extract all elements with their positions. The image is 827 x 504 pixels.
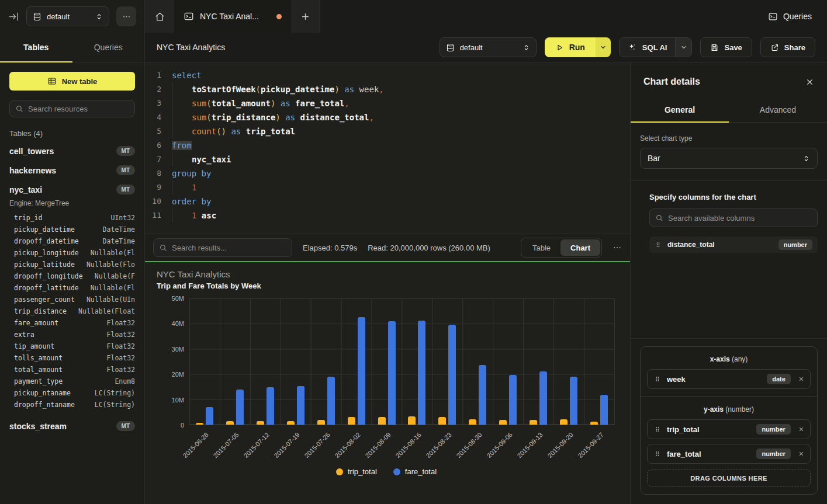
results-search-input[interactable]	[172, 244, 286, 252]
code-line[interactable]: 6from	[145, 138, 630, 152]
column-row[interactable]: fare_amountFloat32	[0, 317, 144, 329]
close-icon[interactable]	[805, 78, 814, 86]
drag-handle-icon[interactable]	[654, 425, 661, 433]
view-toggle-table[interactable]: Table	[523, 239, 560, 256]
code-line[interactable]: 3sum(total_amount) as fare_total,	[145, 96, 630, 110]
column-row[interactable]: payment_typeEnum8	[0, 376, 144, 387]
column-row[interactable]: pickup_latitudeNullable(Flo	[0, 259, 144, 270]
chart-type-select[interactable]: Bar	[640, 148, 818, 169]
run-database-selector[interactable]: default	[440, 37, 537, 57]
plot-area[interactable]: 50M40M30M20M10M0	[189, 298, 615, 425]
chart-bar	[358, 317, 365, 425]
resources-search[interactable]	[9, 100, 135, 117]
column-row[interactable]: trip_idUInt32	[0, 212, 144, 224]
column-type-badge: number	[756, 424, 790, 435]
columns-search-input[interactable]	[668, 214, 812, 223]
drag-handle-icon[interactable]	[655, 241, 662, 249]
code-line[interactable]: 4sum(trip_distance) as distance_total,	[145, 110, 630, 124]
column-row[interactable]: pickup_datetimeDateTime	[0, 224, 144, 235]
code-line[interactable]: 1select	[145, 68, 630, 82]
column-row[interactable]: extraFloat32	[0, 329, 144, 340]
column-row[interactable]: passenger_countNullable(UIn	[0, 294, 144, 305]
legend-item[interactable]: fare_total	[393, 467, 437, 476]
column-row[interactable]: trip_distanceNullable(Float	[0, 305, 144, 317]
column-type: DateTime	[103, 237, 135, 245]
tab-general[interactable]: General	[631, 99, 729, 122]
axis-column-chip[interactable]: trip_totalnumber×	[647, 419, 811, 439]
code-line[interactable]: 91	[145, 180, 630, 194]
column-row[interactable]: tip_amountFloat32	[0, 340, 144, 352]
drag-handle-icon[interactable]	[654, 450, 661, 458]
column-row[interactable]: dropoff_longitudeNullable(F	[0, 270, 144, 282]
code-line[interactable]: 111 asc	[145, 208, 630, 223]
database-selector[interactable]: default	[26, 6, 109, 26]
remove-icon[interactable]: ×	[797, 425, 804, 434]
code-line[interactable]: 5count() as trip_total	[145, 124, 630, 138]
column-row[interactable]: total_amountFloat32	[0, 364, 144, 376]
engine-label: Engine: MergeTree	[0, 199, 144, 210]
code-line[interactable]: 7nyc_taxi	[145, 152, 630, 166]
column-row[interactable]: tolls_amountFloat32	[0, 352, 144, 364]
column-name: payment_type	[14, 377, 63, 385]
results-more-button[interactable]	[613, 243, 622, 252]
axis-column-chip[interactable]: weekdate×	[647, 369, 811, 389]
column-row[interactable]: dropoff_ntanameLC(String)	[0, 399, 144, 411]
table-row[interactable]: cell_towersMT	[0, 141, 144, 161]
view-toggle-chart[interactable]: Chart	[560, 239, 600, 256]
code-line[interactable]: 10order by	[145, 194, 630, 208]
code-text: group by	[172, 166, 211, 180]
table-name: hackernews	[9, 166, 116, 175]
column-row[interactable]: dropoff_datetimeDateTime	[0, 235, 144, 247]
drag-handle-icon[interactable]	[654, 375, 661, 383]
remove-icon[interactable]: ×	[797, 374, 804, 384]
home-button[interactable]	[145, 0, 174, 33]
share-button[interactable]: Share	[760, 37, 815, 57]
new-tab-button[interactable]	[291, 0, 319, 33]
run-button[interactable]: Run	[545, 37, 611, 57]
legend-item[interactable]: trip_total	[336, 467, 377, 476]
axis-column-chip[interactable]: fare_totalnumber×	[647, 444, 811, 464]
chart-bar	[388, 321, 396, 425]
resources-search-input[interactable]	[28, 105, 129, 113]
drop-zone[interactable]: DRAG COLUMNS HERE	[647, 470, 811, 486]
column-type: Float32	[107, 331, 135, 339]
sidebar-tab-tables[interactable]: Tables	[0, 33, 72, 62]
y-axis-tick: 10M	[172, 397, 184, 404]
columns-search[interactable]	[649, 208, 818, 227]
chart-bar	[327, 377, 335, 425]
new-table-button[interactable]: New table	[9, 72, 135, 91]
sql-ai-options-button[interactable]	[675, 38, 691, 57]
chart-bar	[469, 419, 476, 425]
available-column-row[interactable]: distance_totalnumber	[649, 237, 818, 253]
table-row[interactable]: nyc_taxiMT	[0, 180, 144, 199]
remove-icon[interactable]: ×	[797, 449, 804, 458]
app-root: default NYC Taxi Anal... Queries Tables …	[0, 0, 827, 504]
tab-advanced[interactable]: Advanced	[729, 99, 827, 122]
column-row[interactable]: dropoff_latitudeNullable(Fl	[0, 282, 144, 294]
chart-subtitle: Trip and Fare Totals by Week	[157, 281, 616, 290]
column-row[interactable]: pickup_ntanameLC(String)	[0, 387, 144, 399]
save-button[interactable]: Save	[700, 37, 752, 57]
sql-editor[interactable]: 1select2toStartOfWeek(pickup_datetime) a…	[145, 62, 630, 234]
x-axis-label: 2015-06-28	[181, 431, 209, 459]
column-name: total_amount	[14, 366, 63, 374]
collapse-sidebar-icon[interactable]	[8, 11, 19, 22]
column-row[interactable]: pickup_longitudeNullable(Fl	[0, 247, 144, 259]
sql-ai-button[interactable]: SQL AI	[619, 37, 693, 57]
plus-icon	[300, 12, 310, 22]
line-number: 11	[145, 208, 161, 223]
table-row[interactable]: stocks_streamMT	[0, 416, 144, 436]
chart-bar	[479, 365, 486, 425]
table-row[interactable]: hackernewsMT	[0, 161, 144, 180]
sidebar-tab-queries[interactable]: Queries	[72, 33, 145, 62]
code-text: order by	[172, 194, 211, 208]
code-line[interactable]: 2toStartOfWeek(pickup_datetime) as week,	[145, 82, 630, 96]
sidebar-more-button[interactable]	[116, 6, 136, 26]
available-column-name: distance_total	[667, 241, 773, 249]
run-options-button[interactable]	[596, 37, 611, 57]
results-search[interactable]	[153, 238, 292, 257]
column-name: pickup_datetime	[14, 225, 75, 234]
code-line[interactable]: 8group by	[145, 166, 630, 180]
tab-nyc-taxi-analytics[interactable]: NYC Taxi Anal...	[174, 0, 291, 33]
queries-button[interactable]: Queries	[768, 12, 812, 22]
